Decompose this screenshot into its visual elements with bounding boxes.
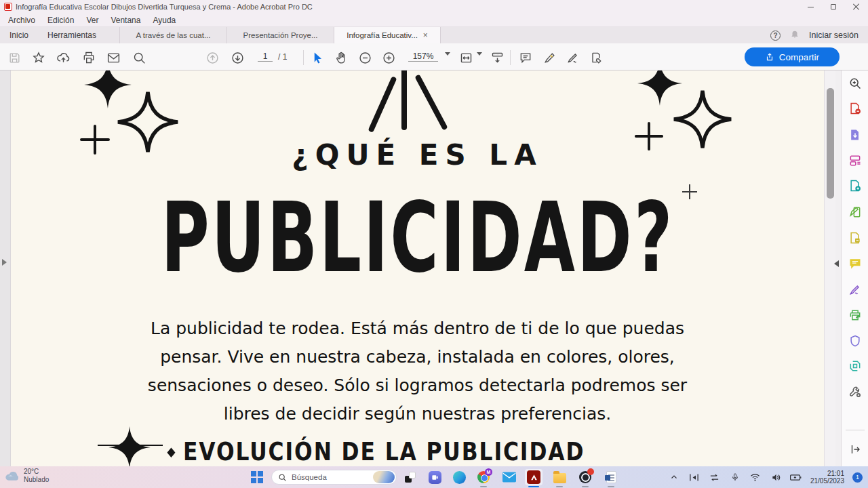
rail-divider <box>846 430 865 430</box>
zoom-dropdown-caret-icon[interactable] <box>445 56 450 65</box>
collapse-tools-pane-icon[interactable] <box>834 260 839 267</box>
teams-chat-button[interactable] <box>426 469 443 485</box>
close-button[interactable] <box>845 0 868 14</box>
sparkle-outline-icon <box>673 75 732 164</box>
plus-decoration-icon <box>79 123 111 156</box>
next-page-button[interactable] <box>229 49 246 66</box>
page-number-input[interactable]: 1 <box>258 52 273 62</box>
save-button[interactable] <box>5 49 23 66</box>
edge-button[interactable] <box>450 469 468 485</box>
ray-decoration <box>368 76 397 133</box>
create-pdf-tool[interactable] <box>848 101 863 116</box>
email-button[interactable] <box>104 49 122 66</box>
highlight-tool-button[interactable] <box>541 49 559 66</box>
menu-archivo[interactable]: Archivo <box>3 14 41 26</box>
export-pdf-tool[interactable] <box>848 127 863 142</box>
create-pdf-plus-tool[interactable] <box>848 178 863 193</box>
document-icon <box>606 471 616 483</box>
obs-button[interactable] <box>576 469 594 485</box>
upload-cloud-button[interactable] <box>54 49 72 66</box>
zoom-in-button[interactable] <box>380 49 397 66</box>
menu-ayuda[interactable]: Ayuda <box>147 14 181 26</box>
taskbar-search-box[interactable]: Búsqueda <box>271 470 397 485</box>
system-tray: 21:01 21/05/2023 1 <box>668 466 868 488</box>
line-decoration <box>98 445 163 446</box>
share-icon <box>765 52 774 62</box>
select-tool-button[interactable] <box>309 49 326 66</box>
mail-button[interactable] <box>500 469 518 485</box>
notification-count-badge[interactable]: 1 <box>852 472 863 483</box>
fit-dropdown-caret-icon[interactable] <box>477 56 482 65</box>
doc-tab-3-active[interactable]: Infografía Educativ... × <box>334 27 441 43</box>
compress-pdf-tool[interactable] <box>848 359 863 373</box>
chrome-button[interactable]: M <box>475 469 492 485</box>
doc-tab-1[interactable]: A través de las cuat... <box>119 27 226 43</box>
acrobat-icon <box>527 470 540 484</box>
fit-width-button[interactable] <box>457 49 475 66</box>
help-icon[interactable]: ? <box>770 30 781 41</box>
tab-inicio[interactable]: Inicio <box>0 27 38 43</box>
screen: Infografía Educativa Escolar Dibujos Div… <box>0 0 868 488</box>
edit-pdf-tool[interactable] <box>848 205 863 220</box>
quick-settings-icon[interactable] <box>709 471 721 483</box>
search-highlight-image[interactable] <box>373 471 395 483</box>
fill-sign-tool-button[interactable] <box>587 49 605 66</box>
bell-icon[interactable] <box>790 30 800 41</box>
plus-decoration-icon <box>633 121 665 152</box>
hand-tool-button[interactable] <box>332 49 350 66</box>
volume-icon[interactable] <box>770 471 782 483</box>
windows-logo-icon <box>251 471 263 483</box>
zoom-level-input[interactable]: 157% <box>408 52 438 62</box>
task-view-button[interactable] <box>401 469 419 485</box>
weather-widget[interactable]: 20°C Nublado <box>4 468 49 484</box>
file-explorer-button[interactable] <box>551 469 568 485</box>
menu-bar: Archivo Edición Ver Ventana Ayuda <box>0 14 868 27</box>
fill-and-sign-tool[interactable] <box>848 282 863 297</box>
tray-date: 21/05/2023 <box>810 477 844 485</box>
protect-pdf-tool[interactable] <box>848 333 863 348</box>
acrobat-taskbar-button[interactable] <box>525 469 542 485</box>
search-tool-button[interactable] <box>130 49 148 66</box>
page-display-button[interactable] <box>488 49 506 66</box>
print-production-tool[interactable] <box>848 308 863 323</box>
organize-pages-tool[interactable] <box>848 153 863 168</box>
tab-close-icon[interactable]: × <box>423 30 428 40</box>
add-tools-tool[interactable] <box>848 384 863 399</box>
navigation-pane-strip[interactable] <box>0 70 11 466</box>
vertical-scrollbar[interactable] <box>824 70 835 466</box>
sign-tool-button[interactable] <box>564 49 582 66</box>
star-favorites-button[interactable] <box>30 49 47 66</box>
sign-in-link[interactable]: Iniciar sesión <box>809 30 859 40</box>
doc-tab-2[interactable]: Presentación Proye... <box>226 27 334 43</box>
clock-widget[interactable]: 21:01 21/05/2023 <box>810 470 844 485</box>
tray-chevron-icon[interactable] <box>668 471 680 483</box>
microphone-icon[interactable] <box>729 471 741 483</box>
menu-ventana[interactable]: Ventana <box>105 14 146 26</box>
task-view-icon <box>405 472 416 483</box>
expand-nav-pane-icon[interactable] <box>2 259 7 266</box>
maximize-button[interactable] <box>822 0 845 14</box>
comment-tool[interactable] <box>848 256 863 271</box>
start-button[interactable] <box>248 469 266 485</box>
battery-icon[interactable] <box>790 471 802 483</box>
request-signatures-tool[interactable] <box>848 230 863 245</box>
scrollbar-thumb[interactable] <box>827 88 834 199</box>
previous-page-button[interactable] <box>203 49 221 66</box>
comment-tool-button[interactable] <box>517 49 534 66</box>
share-button[interactable]: Compartir <box>745 47 840 66</box>
folder-icon <box>553 473 566 483</box>
wifi-icon[interactable] <box>749 471 762 483</box>
paragraph-line: sensaciones o deseo. Sólo si logramos de… <box>11 371 824 400</box>
menu-ver[interactable]: Ver <box>81 14 104 26</box>
print-button[interactable] <box>80 49 98 66</box>
menu-edicion[interactable]: Edición <box>42 14 79 26</box>
tab-herramientas[interactable]: Herramientas <box>38 27 106 43</box>
expand-tools-pane-button[interactable] <box>848 442 863 457</box>
ray-decoration <box>401 70 407 130</box>
minimize-button[interactable] <box>799 0 822 14</box>
zoom-out-button[interactable] <box>356 49 374 66</box>
input-indicator-icon[interactable] <box>688 471 701 483</box>
search-document-tool[interactable] <box>848 76 863 91</box>
word-document-button[interactable] <box>602 469 620 485</box>
search-placeholder: Búsqueda <box>292 473 368 481</box>
